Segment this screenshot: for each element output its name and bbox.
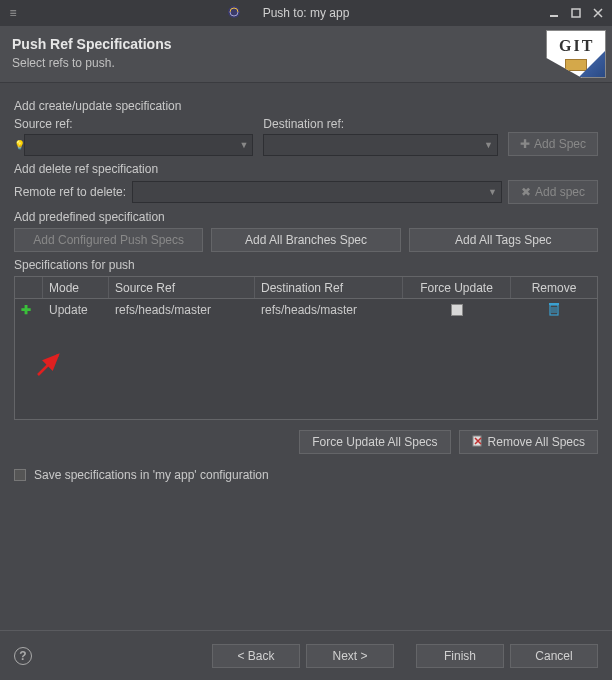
git-banner-icon: GIT (546, 30, 606, 78)
chevron-down-icon: ▼ (484, 140, 493, 150)
source-ref-label: Source ref: (14, 117, 253, 131)
specs-table-header: Mode Source Ref Destination Ref Force Up… (15, 277, 597, 299)
delete-icon: ✖ (521, 185, 531, 199)
back-button[interactable]: < Back (212, 644, 300, 668)
destination-ref-label: Destination ref: (263, 117, 498, 131)
trash-icon[interactable] (548, 302, 560, 319)
wizard-subtitle: Select refs to push. (12, 56, 600, 70)
window-title: Push to: my app (263, 6, 350, 20)
cell-destination: refs/heads/master (255, 299, 403, 321)
table-row[interactable]: ✚ Update refs/heads/master refs/heads/ma… (15, 299, 597, 321)
destination-ref-combo[interactable]: ▼ (263, 134, 498, 156)
create-update-section-label: Add create/update specification (14, 99, 598, 113)
next-button[interactable]: Next > (306, 644, 394, 668)
remove-all-specs-button[interactable]: Remove All Specs (459, 430, 598, 454)
force-update-checkbox[interactable] (451, 304, 463, 316)
wizard-title: Push Ref Specifications (12, 36, 600, 52)
plus-icon: ✚ (21, 303, 31, 317)
finish-button[interactable]: Finish (416, 644, 504, 668)
plus-icon: ✚ (520, 137, 530, 151)
col-header-remove[interactable]: Remove (511, 277, 597, 298)
window-titlebar: ≡ Push to: my app (0, 0, 612, 26)
remove-all-icon (472, 435, 484, 450)
remote-ref-delete-combo[interactable]: ▼ (132, 181, 502, 203)
col-header-force[interactable]: Force Update (403, 277, 511, 298)
save-config-checkbox[interactable] (14, 469, 26, 481)
delete-section-label: Add delete ref specification (14, 162, 598, 176)
predefined-section-label: Add predefined specification (14, 210, 598, 224)
wizard-header: Push Ref Specifications Select refs to p… (0, 26, 612, 83)
chevron-down-icon: ▼ (488, 187, 497, 197)
add-configured-push-specs-button[interactable]: Add Configured Push Specs (14, 228, 203, 252)
save-config-label: Save specifications in 'my app' configur… (34, 468, 269, 482)
maximize-icon[interactable] (566, 4, 586, 22)
add-create-spec-button[interactable]: ✚ Add Spec (508, 132, 598, 156)
wizard-footer: ? < Back Next > Finish Cancel (0, 630, 612, 680)
add-all-tags-spec-button[interactable]: Add All Tags Spec (409, 228, 598, 252)
specs-for-push-label: Specifications for push (14, 258, 598, 272)
cancel-button[interactable]: Cancel (510, 644, 598, 668)
col-header-mode[interactable]: Mode (43, 277, 109, 298)
eclipse-icon (226, 4, 242, 20)
col-header-source[interactable]: Source Ref (109, 277, 255, 298)
specs-table: Mode Source Ref Destination Ref Force Up… (14, 276, 598, 420)
add-all-branches-spec-button[interactable]: Add All Branches Spec (211, 228, 400, 252)
col-header-destination[interactable]: Destination Ref (255, 277, 403, 298)
add-delete-spec-button[interactable]: ✖ Add spec (508, 180, 598, 204)
cell-source: refs/heads/master (109, 299, 255, 321)
minimize-icon[interactable] (544, 4, 564, 22)
menu-icon[interactable]: ≡ (0, 6, 26, 20)
svg-rect-2 (572, 9, 580, 17)
hint-bulb-icon[interactable]: 💡 (14, 140, 24, 150)
remote-ref-delete-label: Remote ref to delete: (14, 185, 126, 199)
cell-mode: Update (43, 299, 109, 321)
source-ref-combo[interactable]: ▼ (24, 134, 253, 156)
svg-rect-4 (549, 303, 559, 305)
svg-rect-1 (550, 15, 558, 17)
chevron-down-icon: ▼ (239, 140, 248, 150)
force-update-all-specs-button[interactable]: Force Update All Specs (299, 430, 450, 454)
help-icon[interactable]: ? (14, 647, 32, 665)
close-icon[interactable] (588, 4, 608, 22)
